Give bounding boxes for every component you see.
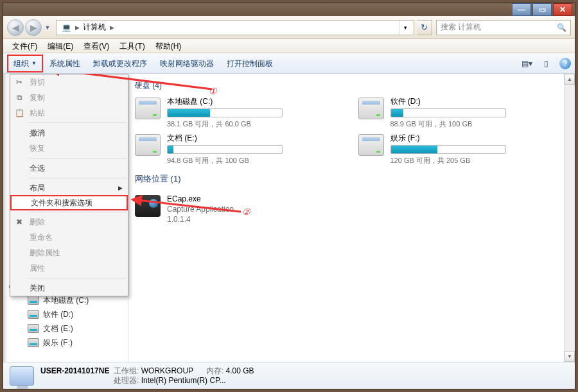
drive-d[interactable]: 软件 (D:) 88.9 GB 可用，共 100 GB: [358, 96, 569, 129]
drive-icon: [28, 310, 39, 319]
view-tools: ▤▾ ▯ ?: [521, 58, 571, 69]
net-item-desc: Capture Application: [167, 204, 234, 214]
title-bar: — ▭ ✕: [3, 3, 575, 16]
net-item-version: 1.0.1.4: [167, 214, 234, 225]
menu-rename[interactable]: 重命名: [10, 230, 128, 245]
workgroup-value: WORKGROUP: [141, 366, 193, 375]
menu-select-all[interactable]: 全选: [10, 160, 128, 176]
minimize-button[interactable]: —: [512, 3, 531, 16]
menu-paste[interactable]: 📋粘贴: [10, 105, 128, 121]
menu-folder-options[interactable]: 文件夹和搜索选项: [10, 195, 128, 210]
uninstall-programs-button[interactable]: 卸载或更改程序: [87, 54, 153, 73]
drive-label: 本地磁盘 (C:): [167, 96, 346, 107]
drive-c[interactable]: 本地磁盘 (C:) 38.1 GB 可用，共 60.0 GB: [135, 96, 346, 129]
open-control-panel-button[interactable]: 打开控制面板: [220, 54, 279, 73]
drive-free-text: 88.9 GB 可用，共 100 GB: [390, 119, 569, 129]
nav-history-dropdown[interactable]: ▼: [43, 22, 52, 33]
drive-usage-bar: [390, 108, 506, 117]
drive-icon: [28, 296, 39, 305]
forward-button[interactable]: ▶: [25, 19, 42, 36]
menu-redo[interactable]: 恢复: [10, 141, 128, 156]
drive-icon: [28, 324, 39, 333]
drive-usage-bar: [167, 145, 283, 154]
help-button[interactable]: ?: [559, 58, 571, 69]
content-pane: 硬盘 (4) 本地磁盘 (C:) 38.1 GB 可用，共 60.0 GB 软件…: [128, 74, 575, 362]
computer-name: USER-20141017NE: [40, 366, 109, 375]
address-dropdown[interactable]: ▾: [399, 21, 411, 35]
menu-delete[interactable]: ✖删除: [10, 214, 128, 230]
menu-layout[interactable]: 布局▶: [10, 180, 128, 196]
menu-help[interactable]: 帮助(H): [150, 39, 187, 53]
preview-pane-button[interactable]: ▯: [540, 58, 552, 69]
memory-label: 内存:: [206, 366, 223, 375]
maximize-button[interactable]: ▭: [532, 3, 552, 16]
chevron-right-icon[interactable]: ▶: [74, 24, 80, 31]
change-view-button[interactable]: ▤▾: [521, 58, 532, 69]
vertical-scrollbar[interactable]: ▲ ▼: [564, 74, 575, 362]
refresh-button[interactable]: ↻: [417, 20, 432, 35]
menu-undo[interactable]: 撤消: [10, 125, 128, 141]
details-pane: USER-20141017NE 工作组: WORKGROUP 内存: 4.00 …: [3, 362, 575, 389]
command-bar: 组织 ▼ 系统属性 卸载或更改程序 映射网络驱动器 打开控制面板 ▤▾ ▯ ?: [3, 53, 575, 74]
cpu-label: 处理器:: [114, 376, 139, 385]
breadcrumb-computer[interactable]: 计算机: [80, 21, 109, 35]
drive-e[interactable]: 文档 (E:) 94.8 GB 可用，共 100 GB: [135, 133, 346, 166]
drive-usage-bar: [167, 108, 283, 117]
search-placeholder: 搜索 计算机: [441, 22, 481, 33]
menu-view[interactable]: 查看(V): [78, 39, 114, 53]
computer-icon: [10, 366, 34, 386]
chevron-down-icon: ▼: [31, 56, 37, 71]
drive-f[interactable]: 娱乐 (F:) 120 GB 可用，共 205 GB: [358, 133, 569, 166]
chevron-right-icon: ▶: [118, 185, 123, 191]
group-network-locations[interactable]: 网络位置 (1): [135, 169, 568, 190]
cut-icon: ✂: [14, 78, 24, 87]
menu-separator: [28, 123, 127, 123]
memory-value: 4.00 GB: [226, 366, 254, 375]
map-network-drive-button[interactable]: 映射网络驱动器: [153, 54, 220, 73]
net-item-name: ECap.exe: [167, 194, 234, 204]
tree-drive-e[interactable]: 文档 (E:): [3, 321, 128, 336]
camera-icon: [135, 195, 161, 217]
menu-edit[interactable]: 编辑(E): [42, 39, 78, 53]
tree-drive-f[interactable]: 娱乐 (F:): [3, 336, 128, 350]
organize-label: 组织: [13, 56, 29, 71]
close-button[interactable]: ✕: [553, 3, 572, 16]
menu-remove-properties[interactable]: 删除属性: [10, 245, 128, 260]
cpu-value: Intel(R) Pentium(R) CP...: [141, 376, 226, 385]
menu-tools[interactable]: 工具(T): [114, 39, 150, 53]
system-properties-button[interactable]: 系统属性: [43, 54, 87, 73]
drive-icon: [358, 134, 384, 156]
tree-drive-d[interactable]: 软件 (D:): [3, 307, 128, 321]
drive-free-text: 38.1 GB 可用，共 60.0 GB: [167, 119, 346, 129]
workgroup-label: 工作组:: [114, 366, 139, 375]
drive-label: 软件 (D:): [390, 96, 569, 107]
menu-cut[interactable]: ✂剪切: [10, 74, 128, 90]
navigation-bar: ◀ ▶ ▼ 💻 ▶ 计算机 ▶ ▾ ↻ 搜索 计算机 🔍: [3, 16, 575, 39]
network-item-ecap[interactable]: ECap.exe Capture Application 1.0.1.4: [135, 194, 568, 225]
group-hard-drives[interactable]: 硬盘 (4): [135, 76, 568, 96]
menu-separator: [28, 212, 127, 212]
scroll-down-button[interactable]: ▼: [565, 351, 575, 362]
search-input[interactable]: 搜索 计算机 🔍: [436, 20, 571, 35]
menu-bar: 文件(F) 编辑(E) 查看(V) 工具(T) 帮助(H): [3, 39, 575, 53]
back-button[interactable]: ◀: [7, 19, 24, 36]
organize-button[interactable]: 组织 ▼: [7, 55, 43, 72]
menu-file[interactable]: 文件(F): [7, 39, 42, 53]
paste-icon: 📋: [14, 108, 24, 117]
menu-close[interactable]: 关闭: [10, 280, 128, 296]
drive-icon: [135, 134, 161, 156]
menu-properties[interactable]: 属性: [10, 260, 128, 276]
delete-icon: ✖: [14, 217, 24, 226]
menu-separator: [28, 178, 127, 178]
chevron-right-icon[interactable]: ▶: [109, 24, 115, 31]
body-area: ✂剪切 ⧉复制 📋粘贴 撤消 恢复 全选 布局▶ 文件夹和搜索选项 ✖删除 重命…: [3, 74, 575, 362]
computer-icon: 💻: [59, 21, 74, 35]
drive-icon: [28, 338, 39, 347]
scroll-up-button[interactable]: ▲: [565, 74, 575, 85]
address-bar[interactable]: 💻 ▶ 计算机 ▶ ▾: [56, 20, 414, 35]
explorer-window: — ▭ ✕ ◀ ▶ ▼ 💻 ▶ 计算机 ▶ ▾ ↻ 搜索 计算机 🔍 文件(F)…: [3, 3, 575, 389]
menu-separator: [28, 278, 127, 278]
drive-label: 娱乐 (F:): [390, 133, 569, 144]
menu-copy[interactable]: ⧉复制: [10, 90, 128, 105]
organize-menu: ✂剪切 ⧉复制 📋粘贴 撤消 恢复 全选 布局▶ 文件夹和搜索选项 ✖删除 重命…: [10, 74, 128, 296]
